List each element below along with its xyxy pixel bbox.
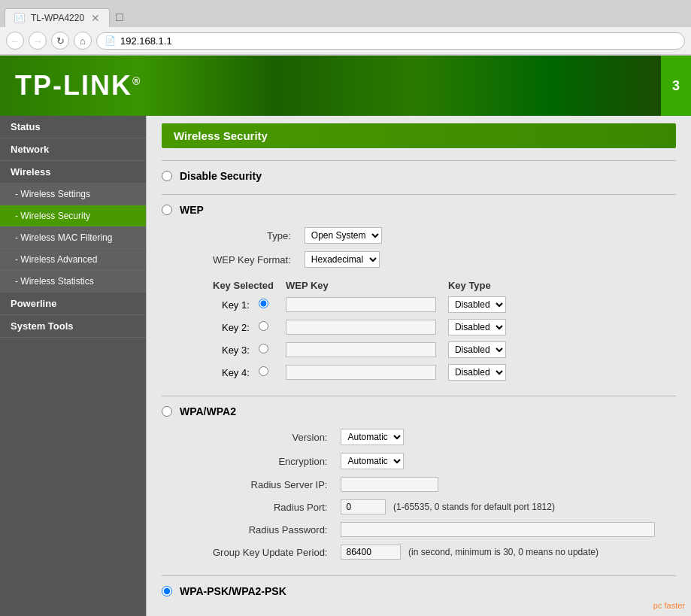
address-icon: 📄 [105, 35, 116, 46]
key1-radio[interactable] [259, 299, 268, 308]
wep-type-select[interactable]: Open System Shared Key Automatic [305, 227, 382, 244]
section-divider-wep-top [162, 194, 676, 195]
radius-ip-label: Radius Server IP: [207, 473, 335, 496]
wep-header: WEP [162, 204, 676, 216]
wpa-wpa2-table: Version: AutomaticWPAWPA2 Encryption: [207, 425, 661, 563]
address-bar[interactable]: 📄 192.168.1.1 [96, 32, 685, 50]
wep-label[interactable]: WEP [180, 204, 204, 216]
section-divider-top [162, 160, 676, 161]
nav-bar: ← → ↻ ⌂ 📄 192.168.1.1 [0, 27, 691, 55]
sidebar-item-system-tools[interactable]: System Tools [0, 315, 146, 338]
col-wep-key: WEP Key [280, 278, 442, 293]
wep-key-format-select[interactable]: Hexadecimal ASCII [305, 251, 380, 268]
sidebar-item-wireless[interactable]: Wireless [0, 161, 146, 184]
group-key-label: Group Key Update Period: [207, 541, 335, 563]
address-text: 192.168.1.1 [120, 35, 172, 47]
wpa-wpa2-radio[interactable] [162, 406, 172, 417]
key1-type-select[interactable]: Disabled64bit128bit152bit [448, 296, 506, 313]
new-tab-button[interactable]: □ [110, 8, 129, 27]
wpa-wpa2-label[interactable]: WPA/WPA2 [180, 405, 236, 417]
tab-close-button[interactable]: ✕ [91, 12, 100, 24]
tp-link-logo: TP-LINK® [15, 70, 141, 102]
key2-label: Key 2: [207, 316, 253, 338]
back-button[interactable]: ← [6, 32, 24, 50]
radius-password-label: Radius Password: [207, 518, 335, 541]
wpa-encryption-select[interactable]: AutomaticTKIPAES [341, 453, 404, 469]
sidebar: Status Network Wireless - Wireless Setti… [0, 116, 146, 616]
key2-type-select[interactable]: Disabled64bit128bit152bit [448, 319, 506, 335]
header-right: 3 [661, 56, 691, 116]
radius-port-input[interactable] [341, 499, 386, 514]
main-content: Status Network Wireless - Wireless Setti… [0, 116, 691, 616]
tp-header: TP-LINK® 3 [0, 56, 691, 116]
page: TP-LINK® 3 Status Network Wireless - Wir… [0, 56, 691, 616]
wpa-version-select[interactable]: AutomaticWPAWPA2 [341, 429, 404, 445]
wep-type-table: Type: Open System Shared Key Automatic W… [207, 223, 388, 272]
home-button[interactable]: ⌂ [74, 32, 92, 50]
page-title: Wireless Security [162, 123, 676, 148]
sidebar-item-network[interactable]: Network [0, 138, 146, 161]
radius-password-input[interactable] [341, 522, 655, 537]
wep-key-format-label: WEP Key Format: [207, 247, 299, 272]
wep-key-row-3: Key 3: Disabled64bit128bit152bit [207, 338, 512, 361]
wep-key-row-4: Key 4: Disabled64bit128bit152bit [207, 361, 512, 384]
radius-port-hint: (1-65535, 0 stands for default port 1812… [393, 502, 555, 512]
wep-type-label: Type: [207, 223, 299, 247]
section-divider-wpa-top [162, 396, 676, 396]
key3-label: Key 3: [207, 338, 253, 361]
radius-ip-input[interactable] [341, 477, 438, 492]
sidebar-item-wireless-security[interactable]: - Wireless Security [0, 205, 146, 227]
content-inner: Wireless Security Disable Security WEP [147, 116, 691, 616]
sidebar-item-wireless-mac-filtering[interactable]: - Wireless MAC Filtering [0, 227, 146, 249]
key4-label: Key 4: [207, 361, 253, 384]
key1-label: Key 1: [207, 293, 253, 316]
key4-type-select[interactable]: Disabled64bit128bit152bit [448, 364, 506, 381]
key4-input[interactable] [286, 365, 436, 380]
wpa-psk-label[interactable]: WPA-PSK/WPA2-PSK [180, 585, 286, 597]
sidebar-item-wireless-statistics[interactable]: - Wireless Statistics [0, 271, 146, 293]
key3-type-select[interactable]: Disabled64bit128bit152bit [448, 341, 506, 358]
wpa-wpa2-option: WPA/WPA2 Version: AutomaticWPAWPA2 [162, 405, 676, 563]
radius-port-label: Radius Port: [207, 496, 335, 518]
wpa-psk-radio[interactable] [162, 586, 172, 596]
content-panel[interactable]: Wireless Security Disable Security WEP [146, 116, 691, 616]
forward-button[interactable]: → [29, 32, 47, 50]
disable-security-label[interactable]: Disable Security [180, 170, 262, 182]
key2-radio[interactable] [259, 321, 268, 331]
section-divider-psk [162, 575, 676, 576]
wpa-wpa2-header: WPA/WPA2 [162, 405, 676, 417]
active-tab[interactable]: 📄 TL-WPA4220 ✕ [5, 8, 110, 27]
disable-security-header: Disable Security [162, 170, 676, 182]
wep-key-row-1: Key 1: Disabled64bit128bit152bit [207, 293, 512, 316]
wep-option: WEP Type: Open System Shared Key Automat… [162, 204, 676, 384]
wpa-encryption-label: Encryption: [207, 449, 335, 473]
browser-chrome: 📄 TL-WPA4220 ✕ □ ← → ↻ ⌂ 📄 192.168.1.1 [0, 0, 691, 56]
sidebar-item-status[interactable]: Status [0, 116, 146, 138]
key3-input[interactable] [286, 342, 436, 357]
wpa-psk-option: WPA-PSK/WPA2-PSK [162, 585, 676, 597]
tab-bar: 📄 TL-WPA4220 ✕ □ [0, 0, 691, 27]
tab-favicon: 📄 [14, 13, 25, 23]
watermark: pc faster [653, 601, 685, 610]
wpa-version-label: Version: [207, 425, 335, 449]
disable-security-option: Disable Security [162, 170, 676, 182]
key3-radio[interactable] [259, 344, 268, 354]
col-key-type: Key Type [442, 278, 512, 293]
sidebar-item-powerline[interactable]: Powerline [0, 293, 146, 315]
sidebar-item-wireless-advanced[interactable]: - Wireless Advanced [0, 249, 146, 271]
key4-radio[interactable] [259, 366, 268, 376]
disable-security-radio[interactable] [162, 171, 172, 181]
wep-keys-table: Key Selected WEP Key Key Type Key 1: [207, 278, 512, 384]
tab-title: TL-WPA4220 [31, 13, 84, 23]
wpa-psk-header: WPA-PSK/WPA2-PSK [162, 585, 676, 597]
wep-radio[interactable] [162, 205, 172, 215]
reload-button[interactable]: ↻ [51, 32, 69, 50]
key1-input[interactable] [286, 297, 436, 312]
group-key-hint: (in second, minimum is 30, 0 means no up… [408, 547, 599, 557]
sidebar-item-wireless-settings[interactable]: - Wireless Settings [0, 184, 146, 205]
group-key-input[interactable] [341, 545, 401, 560]
key2-input[interactable] [286, 320, 436, 335]
col-key-selected: Key Selected [207, 278, 280, 293]
wep-key-row-2: Key 2: Disabled64bit128bit152bit [207, 316, 512, 338]
